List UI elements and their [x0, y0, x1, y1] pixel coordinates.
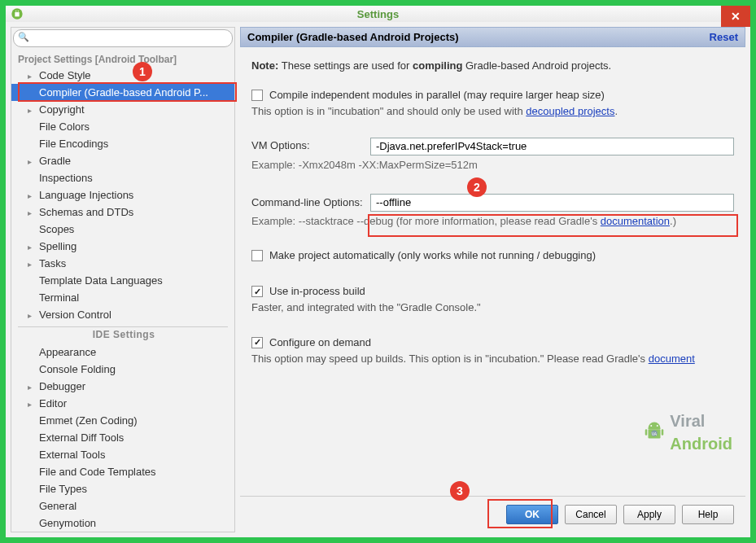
tree-item[interactable]: Emmet (Zen Coding) [11, 412, 234, 429]
tree-item[interactable]: Schemas and DTDs [11, 204, 234, 221]
tree-item[interactable]: Tasks [11, 255, 234, 272]
svg-point-2 [15, 11, 16, 11]
tree-item[interactable]: Scopes [11, 221, 234, 238]
auto-checkbox[interactable] [251, 250, 263, 261]
vm-row: VM Options: [251, 138, 734, 155]
parallel-row: Compile independent modules in parallel … [251, 88, 734, 103]
parallel-note: This option is in "incubation" and shoul… [251, 104, 734, 119]
tree-item[interactable]: Inspections [11, 169, 234, 186]
tree-item[interactable]: Debugger [11, 378, 234, 395]
cmd-options-input[interactable] [370, 194, 734, 212]
watermark: VA ViralAndroid [642, 409, 732, 455]
android-logo-icon: VA [642, 420, 666, 444]
ondemand-checkbox[interactable] [251, 337, 263, 348]
gradle-doc-link[interactable]: documentation [601, 215, 670, 227]
tree-item[interactable]: Console Folding [11, 361, 234, 378]
tree-item[interactable]: Compiler (Gradle-based Android P... [11, 84, 234, 101]
main-content: Note: These settings are used for compil… [240, 47, 745, 496]
parallel-label: Compile independent modules in parallel … [269, 88, 605, 103]
cancel-button[interactable]: Cancel [565, 505, 617, 524]
vm-example: Example: -Xmx2048m -XX:MaxPermSize=512m [251, 158, 734, 173]
tree-item[interactable]: Editor [11, 395, 234, 412]
tree-item[interactable]: Appearance [11, 344, 234, 361]
tree-item[interactable]: General [11, 497, 234, 515]
ondemand-note: This option may speed up builds. This op… [251, 352, 734, 366]
inproc-label: Use in-process build [269, 284, 365, 299]
tree-item[interactable]: Genymotion [11, 515, 234, 532]
inproc-note: Faster, and integrated with the "Gradle … [251, 300, 734, 315]
parallel-checkbox[interactable] [251, 90, 263, 101]
tree-item[interactable]: File Encodings [11, 135, 234, 152]
tree-item[interactable]: External Diff Tools [11, 429, 234, 446]
tree-item[interactable]: External Tools [11, 446, 234, 463]
search-icon: 🔍 [18, 32, 29, 42]
close-button[interactable]: ✕ [721, 6, 750, 27]
main-title: Compiler (Gradle-based Android Projects) [247, 31, 459, 43]
auto-row: Make project automatically (only works w… [251, 248, 734, 263]
cmd-example: Example: --stacktrace --debug (for more … [251, 214, 734, 229]
search-input[interactable] [13, 29, 233, 47]
cmd-row: Command-line Options: [251, 194, 734, 212]
main-header: Compiler (Gradle-based Android Projects)… [240, 27, 745, 47]
apply-button[interactable]: Apply [623, 505, 675, 524]
svg-text:VA: VA [652, 431, 658, 436]
dialog-footer: OK Cancel Apply Help [240, 496, 745, 532]
tree-item[interactable]: Terminal [11, 289, 234, 306]
reset-link[interactable]: Reset [710, 31, 738, 43]
svg-rect-1 [15, 12, 19, 16]
svg-point-7 [651, 425, 653, 427]
tree-item[interactable]: Gradle [11, 152, 234, 169]
ondemand-label: Configure on demand [269, 335, 371, 350]
tree-item[interactable]: Language Injections [11, 186, 234, 204]
svg-point-8 [657, 425, 658, 427]
tree-item[interactable]: Template Data Languages [11, 272, 234, 289]
vm-label: VM Options: [251, 138, 365, 153]
section-project-label: Project Settings [Android Toolbar] [11, 50, 234, 67]
sidebar: 🔍 Project Settings [Android Toolbar] Cod… [11, 27, 235, 532]
section-ide-label: IDE Settings [18, 326, 228, 342]
android-icon [11, 7, 24, 20]
tree-item[interactable]: File Colors [11, 118, 234, 135]
callout-3: 3 [450, 481, 470, 501]
auto-label: Make project automatically (only works w… [269, 248, 596, 263]
tree-item[interactable]: Version Control [11, 306, 234, 323]
tree-item[interactable]: File and Code Templates [11, 463, 234, 480]
settings-tree[interactable]: Project Settings [Android Toolbar] Code … [11, 49, 234, 532]
tree-item[interactable]: Spelling [11, 238, 234, 255]
tree-item[interactable]: Code Style [11, 67, 234, 84]
inproc-checkbox[interactable] [251, 286, 263, 297]
svg-rect-5 [645, 429, 648, 436]
gradle-doc2-link[interactable]: document [649, 353, 695, 365]
main-panel: Compiler (Gradle-based Android Projects)… [240, 27, 745, 532]
vm-options-input[interactable] [370, 138, 734, 155]
ok-button[interactable]: OK [506, 505, 558, 524]
help-button[interactable]: Help [682, 505, 734, 524]
note-line: Note: These settings are used for compil… [251, 59, 734, 73]
search-wrap: 🔍 [11, 28, 234, 49]
inproc-row: Use in-process build [251, 284, 734, 299]
window-title: Settings [357, 8, 399, 20]
svg-point-3 [18, 11, 19, 11]
svg-rect-6 [662, 429, 664, 436]
titlebar: Settings ✕ [6, 6, 750, 22]
decoupled-link[interactable]: decoupled projects [526, 105, 614, 117]
tree-item[interactable]: File Types [11, 480, 234, 497]
callout-2: 2 [467, 177, 487, 197]
cmd-label: Command-line Options: [251, 195, 365, 210]
callout-1: 1 [133, 62, 152, 81]
ondemand-row: Configure on demand [251, 335, 734, 350]
tree-item[interactable]: Copyright [11, 101, 234, 118]
